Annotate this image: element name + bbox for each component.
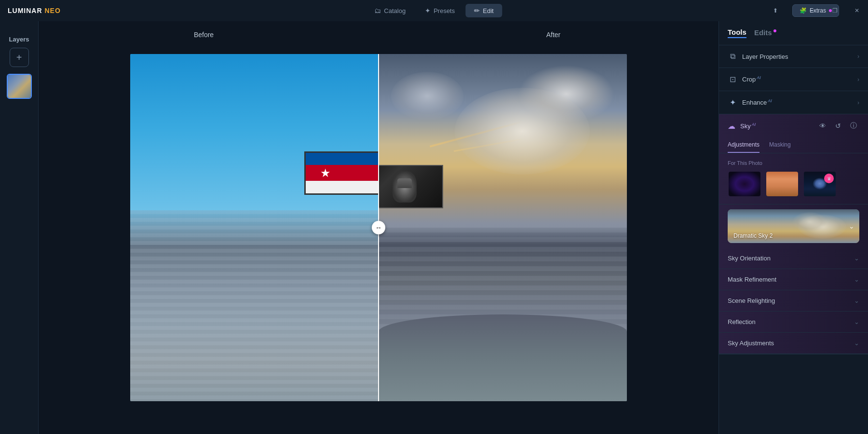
sky-orientation-header[interactable]: Sky Orientation ⌄ (719, 248, 868, 269)
before-image: ★ (130, 54, 379, 401)
mask-refinement-label: Mask Refinement (728, 276, 776, 283)
crop-icon: ⊡ (728, 75, 737, 84)
crop-section: ⊡ CropAI › (719, 68, 868, 91)
billboard-blue-stripe (306, 153, 379, 165)
dramatic-sky-label: Dramatic Sky 2 (733, 232, 773, 239)
for-this-photo-label: For This Photo (728, 160, 859, 166)
for-this-photo-section: For This Photo ♛ (719, 153, 868, 204)
layer-properties-section: ⧉ Layer Properties › (719, 45, 868, 68)
sky-row: ☁ SkyAI 👁 ↺ ⓘ (719, 114, 868, 137)
layer-properties-row[interactable]: ⧉ Layer Properties › (719, 45, 868, 68)
cloud-2 (455, 88, 590, 175)
tab-tools[interactable]: Tools (728, 28, 746, 38)
enhance-section: ✦ EnhanceAI › (719, 91, 868, 114)
sky-section: ☁ SkyAI 👁 ↺ ⓘ Adjustments Masking (719, 114, 868, 354)
app-logo: LUMINAR NEO (8, 7, 61, 14)
preset-crown-icon: ♛ (824, 174, 834, 183)
edit-icon: ✏ (474, 7, 480, 14)
sky-tab-adjustments[interactable]: Adjustments (728, 137, 760, 153)
reflection-header[interactable]: Reflection ⌄ (719, 312, 868, 332)
preset-1-bg (729, 172, 760, 196)
scene-relighting-header[interactable]: Scene Relighting ⌄ (719, 290, 868, 311)
compare-handle[interactable]: ↔ (372, 221, 385, 234)
sky-tab-masking[interactable]: Masking (769, 137, 791, 153)
enhance-icon: ✦ (728, 98, 737, 107)
main-area: Layers + Before After (0, 21, 868, 434)
tab-presets[interactable]: ✦ Presets (416, 4, 463, 17)
sky-adjustments-section: Sky Adjustments ⌄ (719, 333, 868, 354)
after-image (379, 54, 627, 401)
before-scene: ★ (130, 54, 379, 401)
sky-presets-row: ♛ (728, 171, 859, 197)
sky-info-button[interactable]: ⓘ (848, 120, 859, 132)
app-name: LUMINAR NEO (8, 7, 61, 14)
sky-adjustments-label: Sky Adjustments (728, 339, 774, 347)
sky-orientation-section: Sky Orientation ⌄ (719, 248, 868, 269)
layer-thumbnail[interactable] (7, 74, 32, 99)
sky-ai-badge: AI (752, 122, 756, 127)
scene-relighting-section: Scene Relighting ⌄ (719, 290, 868, 312)
dramatic-sky-selector[interactable]: Dramatic Sky 2 ⌄ (728, 209, 859, 243)
layer-properties-icon: ⧉ (728, 52, 737, 61)
enhance-ai-badge: AI (768, 98, 772, 103)
mask-refinement-chevron: ⌄ (854, 276, 859, 283)
layers-panel: Layers + (0, 21, 39, 434)
minimize-button[interactable]: — (801, 0, 824, 21)
share-button[interactable]: ⬆ (764, 0, 787, 21)
sky-tabs: Adjustments Masking (719, 137, 868, 153)
add-layer-button[interactable]: + (10, 48, 29, 67)
sky-preset-1[interactable] (728, 171, 761, 197)
reflection-label: Reflection (728, 318, 756, 326)
sky-reset-button[interactable]: ↺ (832, 120, 844, 132)
enhance-row[interactable]: ✦ EnhanceAI › (719, 91, 868, 114)
close-button[interactable]: ✕ (846, 0, 868, 21)
layer-properties-chevron: › (857, 53, 859, 60)
sky-orientation-label: Sky Orientation (728, 255, 771, 262)
edits-dot (773, 29, 776, 32)
layer-thumb-image (8, 75, 31, 98)
panel-header: Tools Edits (719, 21, 868, 45)
titlebar: LUMINAR NEO 🗂 Catalog ✦ Presets ✏ Edit ⬆… (0, 0, 868, 21)
reflection-chevron: ⌄ (854, 318, 859, 326)
tab-edit[interactable]: ✏ Edit (465, 4, 502, 17)
enhance-label: EnhanceAI (742, 98, 853, 106)
tab-catalog[interactable]: 🗂 Catalog (366, 4, 414, 17)
billboard-red-stripe: ★ (306, 165, 379, 181)
reflection-section: Reflection ⌄ (719, 312, 868, 333)
sky-orientation-chevron: ⌄ (854, 255, 859, 262)
dramatic-sky-expand-icon: ⌄ (849, 222, 854, 230)
nav-tabs: 🗂 Catalog ✦ Presets ✏ Edit (366, 4, 502, 17)
crop-ai-badge: AI (757, 75, 761, 80)
before-billboard: ★ (304, 151, 379, 195)
sky-preset-2[interactable] (765, 171, 799, 197)
sky-controls: 👁 ↺ ⓘ (817, 120, 859, 132)
sky-visibility-button[interactable]: 👁 (817, 120, 828, 132)
sky-adjustments-header[interactable]: Sky Adjustments ⌄ (719, 333, 868, 353)
sky-preset-3[interactable]: ♛ (803, 171, 837, 197)
crop-chevron: › (857, 76, 859, 83)
sky-adjustments-chevron: ⌄ (854, 339, 859, 347)
sky-cloud-icon: ☁ (728, 122, 735, 131)
layer-properties-label: Layer Properties (742, 53, 853, 60)
window-controls: — ❐ ✕ (801, 0, 868, 21)
catalog-icon: 🗂 (374, 7, 381, 14)
tab-edits[interactable]: Edits (754, 28, 776, 38)
canvas-area: Before After (39, 21, 719, 434)
canvas-background: ★ (39, 21, 719, 434)
enhance-chevron: › (857, 99, 859, 106)
mask-refinement-header[interactable]: Mask Refinement ⌄ (719, 269, 868, 290)
mask-refinement-section: Mask Refinement ⌄ (719, 269, 868, 290)
crop-row[interactable]: ⊡ CropAI › (719, 68, 868, 91)
layers-title: Layers (9, 29, 29, 48)
presets-icon: ✦ (425, 7, 431, 14)
after-billboard (379, 165, 443, 208)
crop-label: CropAI (742, 75, 853, 83)
billboard-white-stripe (306, 181, 379, 193)
track-area (379, 314, 627, 401)
before-stadium (130, 210, 379, 401)
image-container: ★ (130, 54, 627, 401)
maximize-button[interactable]: ❐ (824, 0, 846, 21)
cloud-3 (391, 72, 463, 120)
right-panel: Tools Edits ⧉ Layer Properties › ⊡ CropA… (719, 21, 868, 434)
scene-relighting-label: Scene Relighting (728, 297, 775, 304)
